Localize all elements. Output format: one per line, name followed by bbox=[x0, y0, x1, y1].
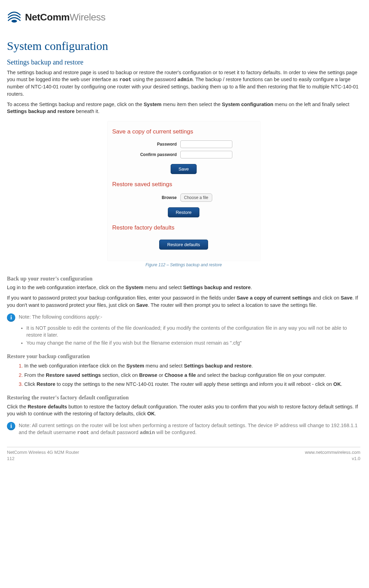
subheading-backup: Back up your router's configuration bbox=[7, 275, 360, 283]
backup-para-2: If you want to password protect your bac… bbox=[7, 294, 360, 309]
note-conditions: i Note: The following conditions apply:- bbox=[7, 313, 360, 322]
factory-para: Click the Restore defaults button to res… bbox=[7, 403, 360, 417]
ss-save-button[interactable]: Save bbox=[171, 164, 197, 174]
screenshot-figure: Save a copy of current settings Password… bbox=[7, 121, 360, 261]
logo-text: NetCommWireless bbox=[25, 10, 105, 24]
restore-step-3: Click Restore to copy the settings to th… bbox=[24, 381, 360, 388]
subheading-factory: Restoring the router's factory default c… bbox=[7, 394, 360, 401]
ss-confirm-password-input[interactable] bbox=[180, 151, 232, 158]
ss-heading-save: Save a copy of current settings bbox=[112, 128, 260, 136]
footer-divider bbox=[7, 447, 360, 447]
ss-browse-label: Browse bbox=[108, 195, 180, 201]
ss-password-input[interactable] bbox=[180, 140, 232, 148]
footer-right: www.netcommwireless.com v1.0 bbox=[305, 449, 360, 462]
logo-icon bbox=[7, 11, 22, 24]
intro-paragraph-2: To access the Settings backup and restor… bbox=[7, 101, 360, 115]
ss-restore-button[interactable]: Restore bbox=[168, 207, 200, 217]
logo-bold: NetComm bbox=[25, 12, 70, 23]
ss-choose-file-button[interactable]: Choose a file bbox=[180, 193, 212, 202]
page-footer: NetComm Wireless 4G M2M Router 112 www.n… bbox=[7, 449, 360, 462]
subheading-restore: Restore your backup configuration bbox=[7, 353, 360, 360]
figure-caption: Figure 112 – Settings backup and restore bbox=[7, 262, 360, 268]
note-bullet-2: You may change the name of the file if y… bbox=[26, 339, 360, 346]
intro-paragraph-1: The settings backup and restore page is … bbox=[7, 69, 360, 97]
note-bullet-1: It is NOT possible to edit the contents … bbox=[26, 325, 360, 339]
footer-left: NetComm Wireless 4G M2M Router 112 bbox=[7, 449, 79, 462]
logo-light: Wireless bbox=[70, 12, 105, 23]
restore-step-2: From the Restore saved settings section,… bbox=[24, 372, 360, 379]
section-heading-settings: Settings backup and restore bbox=[7, 57, 360, 67]
ss-heading-restore: Restore saved settings bbox=[112, 180, 260, 189]
backup-para-1: Log in to the web configuration interfac… bbox=[7, 284, 360, 291]
page-title: System configuration bbox=[7, 38, 360, 54]
note-factory: i Note: All current settings on the rout… bbox=[7, 422, 360, 436]
info-icon: i bbox=[7, 313, 15, 322]
screenshot-panel: Save a copy of current settings Password… bbox=[108, 121, 260, 261]
brand-logo: NetCommWireless bbox=[7, 10, 360, 24]
restore-step-1: In the web configuration interface click… bbox=[24, 362, 360, 369]
ss-heading-defaults: Restore factory defaults bbox=[112, 224, 260, 232]
info-icon: i bbox=[7, 422, 15, 430]
note-conditions-list: It is NOT possible to edit the contents … bbox=[19, 325, 360, 346]
ss-password-label: Password bbox=[108, 141, 180, 147]
ss-restore-defaults-button[interactable]: Restore defaults bbox=[159, 240, 208, 250]
restore-steps: In the web configuration interface click… bbox=[7, 362, 360, 388]
svg-point-0 bbox=[11, 20, 17, 23]
note-conditions-text: Note: The following conditions apply:- bbox=[19, 313, 102, 320]
ss-confirm-password-label: Confirm password bbox=[108, 152, 180, 158]
note-factory-text: Note: All current settings on the router… bbox=[19, 422, 360, 436]
